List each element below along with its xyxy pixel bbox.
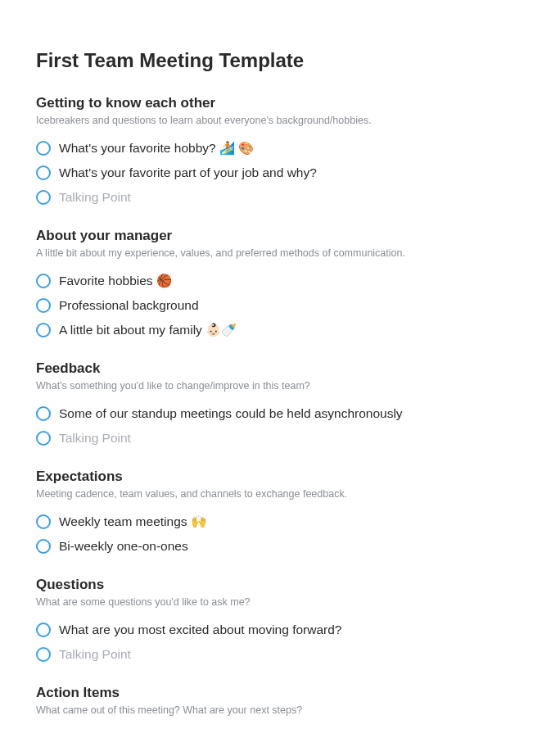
list-item[interactable]: Talking Point: [36, 642, 524, 667]
item-text[interactable]: Weekly team meetings 🙌: [59, 513, 206, 531]
section: QuestionsWhat are some questions you'd l…: [36, 577, 524, 667]
list-item[interactable]: What's your favorite part of your job an…: [36, 161, 524, 185]
list-item[interactable]: Talking Point: [36, 185, 524, 210]
list-item[interactable]: A little bit about my family 👶🏻🍼: [36, 318, 524, 342]
item-text[interactable]: What are you most excited about moving f…: [59, 621, 341, 639]
circle-icon[interactable]: [36, 431, 51, 446]
section-description: What's something you'd like to change/im…: [36, 380, 524, 392]
item-text[interactable]: Talking Point: [59, 188, 131, 206]
item-text[interactable]: Professional background: [59, 297, 199, 315]
circle-icon[interactable]: [36, 406, 51, 421]
section-heading: Questions: [36, 577, 524, 593]
item-text[interactable]: Some of our standup meetings could be he…: [59, 405, 403, 423]
section-heading: Getting to know each other: [36, 95, 524, 111]
circle-icon[interactable]: [36, 623, 51, 637]
section-description: A little bit about my experience, values…: [36, 247, 524, 259]
circle-icon[interactable]: [36, 647, 51, 662]
circle-icon[interactable]: [36, 539, 51, 554]
section: FeedbackWhat's something you'd like to c…: [36, 360, 524, 451]
item-text[interactable]: Talking Point: [59, 429, 131, 447]
section: ExpectationsMeeting cadence, team values…: [36, 469, 524, 559]
circle-icon[interactable]: [36, 274, 51, 288]
section: About your managerA little bit about my …: [36, 228, 524, 342]
list-item[interactable]: Some of our standup meetings could be he…: [36, 401, 524, 426]
section-description: Meeting cadence, team values, and channe…: [36, 488, 524, 500]
section-description: Icebreakers and questions to learn about…: [36, 115, 524, 126]
circle-icon[interactable]: [36, 514, 51, 529]
section: Getting to know each otherIcebreakers an…: [36, 95, 524, 210]
list-item[interactable]: What's your favorite hobby? 🏄 🎨: [36, 136, 524, 161]
list-item[interactable]: Talking Point: [36, 426, 524, 451]
circle-icon[interactable]: [36, 323, 51, 337]
circle-icon[interactable]: [36, 190, 51, 205]
section-description: What came out of this meeting? What are …: [36, 704, 524, 716]
section-heading: Feedback: [36, 360, 524, 377]
list-item[interactable]: Bi-weekly one-on-ones: [36, 534, 524, 559]
list-item[interactable]: Favorite hobbies 🏀: [36, 269, 524, 293]
sections-container: Getting to know each otherIcebreakers an…: [36, 95, 524, 729]
item-text[interactable]: Favorite hobbies 🏀: [59, 272, 172, 290]
section-description: What are some questions you'd like to as…: [36, 596, 524, 608]
section-heading: Action Items: [36, 685, 524, 701]
circle-icon[interactable]: [36, 298, 51, 313]
item-text[interactable]: What's your favorite part of your job an…: [59, 164, 317, 182]
section-heading: About your manager: [36, 228, 524, 244]
item-text[interactable]: What's your favorite hobby? 🏄 🎨: [59, 139, 254, 157]
list-item[interactable]: Weekly team meetings 🙌: [36, 509, 524, 534]
list-item[interactable]: Professional background: [36, 293, 524, 318]
circle-icon[interactable]: [36, 141, 51, 156]
section: Action ItemsWhat came out of this meetin…: [36, 685, 524, 729]
item-text[interactable]: Bi-weekly one-on-ones: [59, 537, 188, 555]
list-item[interactable]: Action item: [36, 726, 524, 729]
section-heading: Expectations: [36, 469, 524, 485]
circle-icon[interactable]: [36, 165, 51, 180]
item-text[interactable]: A little bit about my family 👶🏻🍼: [59, 321, 237, 339]
page-title: First Team Meeting Template: [36, 49, 524, 72]
item-text[interactable]: Talking Point: [59, 645, 131, 663]
list-item[interactable]: What are you most excited about moving f…: [36, 618, 524, 642]
